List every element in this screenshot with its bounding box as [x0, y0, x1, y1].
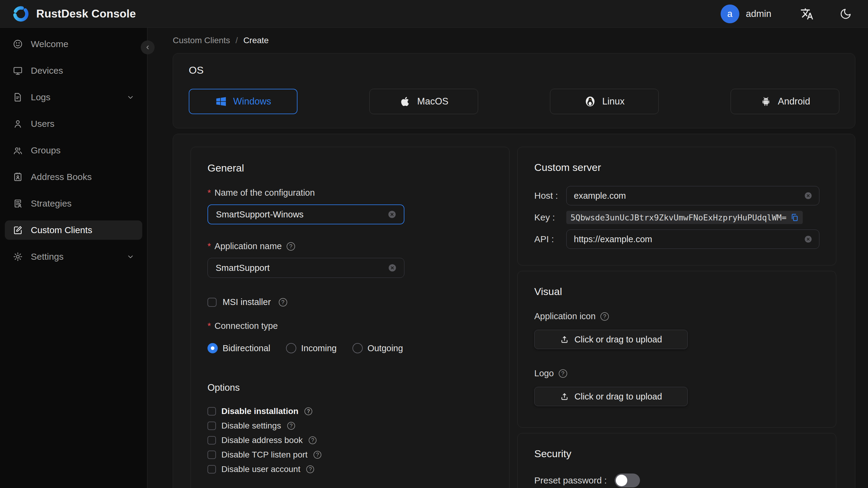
moon-icon[interactable]: [840, 8, 852, 20]
chevron-down-icon: [127, 93, 134, 101]
clear-icon[interactable]: [803, 191, 813, 201]
api-field: [566, 230, 819, 249]
connection-type-options: Bidirectional Incoming Outgoing: [208, 343, 493, 353]
right-column: Custom server Host :: [517, 147, 836, 488]
topbar: RustDesk Console a admin: [0, 0, 868, 28]
disable-address-book-checkbox[interactable]: [208, 436, 216, 445]
preset-password-row: Preset password :: [534, 474, 819, 487]
disable-user-account-checkbox[interactable]: [208, 465, 216, 474]
application-icon-upload-button[interactable]: Click or drag to upload: [534, 330, 688, 349]
app-name-field: [208, 258, 404, 278]
os-section-title: OS: [189, 64, 839, 76]
os-button-windows[interactable]: Windows: [189, 89, 298, 114]
sidebar-item-label: Strategies: [31, 199, 134, 209]
disable-tcp-listen-port-checkbox[interactable]: [208, 451, 216, 459]
sidebar-item-address-books[interactable]: Address Books: [5, 167, 142, 187]
config-name-field: [208, 205, 404, 224]
radio-button[interactable]: [352, 343, 363, 353]
option-disable-address-book: Disable address book ?: [208, 435, 493, 445]
os-button-linux[interactable]: Linux: [550, 89, 659, 114]
breadcrumb: Custom Clients / Create: [173, 36, 855, 45]
monitor-icon: [13, 65, 23, 76]
clear-icon[interactable]: [803, 234, 813, 244]
copy-icon[interactable]: [790, 213, 799, 222]
help-icon[interactable]: ?: [309, 436, 316, 444]
general-title: General: [208, 162, 493, 174]
visual-title: Visual: [534, 286, 819, 298]
security-title: Security: [534, 448, 819, 460]
help-icon[interactable]: ?: [287, 422, 295, 430]
help-icon[interactable]: ?: [559, 369, 567, 378]
general-card: General * Name of the configuration * Ap…: [191, 147, 509, 488]
api-row: API :: [534, 230, 819, 249]
main-content: Custom Clients / Create OS Windows MacOS: [147, 28, 868, 488]
strategy-icon: [13, 199, 23, 209]
sidebar-item-users[interactable]: Users: [5, 114, 142, 133]
help-icon[interactable]: ?: [279, 298, 287, 306]
clear-icon[interactable]: [387, 263, 398, 273]
sidebar-item-strategies[interactable]: Strategies: [5, 194, 142, 213]
sidebar-item-devices[interactable]: Devices: [5, 61, 142, 80]
user-name[interactable]: admin: [746, 8, 771, 19]
os-button-label: Linux: [602, 96, 625, 107]
option-disable-installation: Disable installation ?: [208, 406, 493, 416]
sidebar-item-groups[interactable]: Groups: [5, 141, 142, 160]
api-input[interactable]: [574, 234, 803, 244]
preset-password-toggle[interactable]: [615, 474, 640, 487]
radio-incoming[interactable]: Incoming: [286, 343, 337, 353]
sidebar-item-settings[interactable]: Settings: [5, 247, 142, 266]
config-name-input[interactable]: [216, 210, 387, 219]
radio-button[interactable]: [208, 343, 218, 353]
upload-button-label: Click or drag to upload: [575, 335, 662, 344]
msi-installer-row: MSI installer ?: [208, 297, 493, 307]
host-field: [566, 186, 819, 205]
upload-button-label: Click or drag to upload: [575, 392, 662, 402]
sidebar-item-label: Users: [31, 119, 134, 129]
sidebar-item-welcome[interactable]: Welcome: [5, 34, 142, 54]
app-name-input[interactable]: [216, 263, 387, 273]
options-list: Disable installation ? Disable settings …: [208, 406, 493, 474]
msi-installer-label: MSI installer: [223, 297, 271, 307]
sidebar-collapse-button[interactable]: [141, 40, 155, 54]
key-label: Key :: [534, 212, 566, 222]
preset-password-label: Preset password :: [534, 475, 607, 486]
os-button-label: Windows: [233, 96, 271, 107]
os-options: Windows MacOS Linux: [189, 89, 839, 114]
radio-outgoing[interactable]: Outgoing: [352, 343, 403, 353]
help-icon[interactable]: ?: [287, 242, 295, 251]
sidebar-item-custom-clients[interactable]: Custom Clients: [5, 220, 142, 240]
help-icon[interactable]: ?: [600, 312, 609, 321]
help-icon[interactable]: ?: [313, 451, 321, 459]
android-icon: [760, 95, 772, 108]
logo-label: Logo ?: [534, 368, 819, 378]
user-avatar[interactable]: a: [721, 4, 739, 23]
help-icon[interactable]: ?: [304, 407, 312, 415]
upload-icon: [560, 335, 569, 344]
sidebar-item-label: Settings: [31, 251, 127, 262]
custom-server-card: Custom server Host :: [517, 147, 836, 266]
required-asterisk: *: [208, 321, 211, 331]
avatar-initial: a: [727, 8, 733, 19]
breadcrumb-parent[interactable]: Custom Clients: [173, 36, 230, 45]
host-row: Host :: [534, 186, 819, 205]
disable-installation-checkbox[interactable]: [208, 407, 216, 416]
logo-upload-button[interactable]: Click or drag to upload: [534, 387, 688, 406]
connection-type-label: * Connection type: [208, 321, 493, 331]
help-icon[interactable]: ?: [306, 465, 314, 473]
sidebar-item-label: Custom Clients: [31, 225, 134, 235]
disable-settings-checkbox[interactable]: [208, 422, 216, 430]
msi-installer-checkbox[interactable]: [208, 298, 217, 307]
rustdesk-logo: [12, 5, 30, 23]
os-button-macos[interactable]: MacOS: [369, 89, 478, 114]
radio-bidirectional[interactable]: Bidirectional: [208, 343, 270, 353]
translate-icon[interactable]: [800, 7, 814, 21]
address-book-icon: [13, 172, 23, 182]
document-icon: [13, 92, 23, 102]
sidebar-item-logs[interactable]: Logs: [5, 88, 142, 107]
api-label: API :: [534, 234, 566, 244]
host-input[interactable]: [574, 191, 803, 201]
radio-button[interactable]: [286, 343, 296, 353]
clear-icon[interactable]: [387, 209, 397, 219]
smiley-icon: [13, 39, 23, 49]
os-button-android[interactable]: Android: [731, 89, 839, 114]
